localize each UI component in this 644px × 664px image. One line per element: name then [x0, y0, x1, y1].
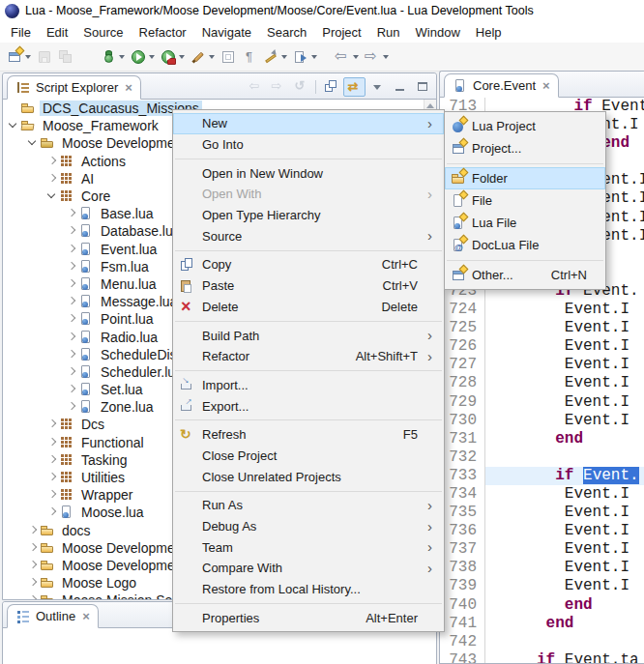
context-menu-item-import[interactable]: Import...: [173, 375, 444, 396]
menu-run[interactable]: Run: [369, 23, 408, 42]
code-line-729[interactable]: 729 Event.I: [440, 393, 644, 412]
close-icon[interactable]: ×: [542, 81, 550, 91]
code-line-726[interactable]: 726 Event.I: [440, 337, 644, 356]
context-menu-item-debug-as[interactable]: Debug As›: [173, 516, 444, 537]
menu-source[interactable]: Source: [75, 23, 131, 42]
new-submenu-item-lua-project[interactable]: Lua Project: [445, 115, 605, 137]
menu-help[interactable]: Help: [468, 23, 510, 42]
chevron-collapsed-icon[interactable]: [47, 157, 57, 166]
new-submenu-item-project[interactable]: Project...: [445, 137, 605, 159]
code-line-738[interactable]: 738 Event.I: [440, 559, 644, 577]
chevron-down-icon[interactable]: [311, 55, 317, 59]
minimize-button[interactable]: [390, 78, 410, 96]
chevron-collapsed-icon[interactable]: [67, 262, 76, 272]
run-button[interactable]: [129, 47, 157, 67]
last-edit-location-button[interactable]: [261, 47, 289, 67]
close-icon[interactable]: ×: [125, 83, 132, 93]
brush-button[interactable]: [189, 47, 217, 67]
new-wizard-button[interactable]: [5, 47, 33, 67]
chevron-collapsed-icon[interactable]: [67, 209, 76, 218]
menu-project[interactable]: Project: [314, 23, 368, 42]
goto-annotation-button[interactable]: [291, 47, 319, 67]
close-icon[interactable]: ×: [82, 612, 90, 621]
code-line-743[interactable]: 743 if Event.ta: [440, 651, 644, 663]
chevron-down-icon[interactable]: [209, 55, 215, 59]
code-line-727[interactable]: 727 Event.I: [440, 356, 644, 374]
context-menu-item-refresh[interactable]: RefreshF5: [173, 424, 444, 446]
new-submenu-item-folder[interactable]: Folder: [445, 167, 605, 189]
chevron-collapsed-icon[interactable]: [47, 174, 57, 184]
chevron-expanded-icon[interactable]: [47, 191, 57, 201]
context-menu-item-refactor[interactable]: RefactorAlt+Shift+T›: [173, 346, 444, 367]
chevron-collapsed-icon[interactable]: [67, 279, 76, 289]
run-external-button[interactable]: [159, 47, 187, 67]
code-line-734[interactable]: 734 Event.I: [440, 485, 644, 504]
chevron-down-icon[interactable]: [353, 55, 359, 59]
link-editor-button[interactable]: [343, 77, 366, 97]
chevron-expanded-icon[interactable]: [9, 121, 18, 130]
context-menu-item-open-in-new-window[interactable]: Open in New Window: [173, 162, 444, 184]
show-paragraph-button[interactable]: [240, 47, 259, 67]
chevron-collapsed-icon[interactable]: [47, 438, 57, 447]
context-menu-item-copy[interactable]: CopyCtrl+C: [173, 254, 444, 275]
chevron-collapsed-icon[interactable]: [28, 543, 38, 553]
chevron-down-icon[interactable]: [281, 55, 287, 59]
chevron-collapsed-icon[interactable]: [67, 297, 76, 306]
chevron-collapsed-icon[interactable]: [47, 473, 57, 482]
forward-button[interactable]: [363, 47, 391, 67]
chevron-down-icon[interactable]: [383, 55, 389, 59]
context-menu-item-run-as[interactable]: Run As›: [173, 495, 444, 516]
context-menu-item-restore-from-local-history[interactable]: Restore from Local History...: [173, 579, 444, 600]
code-line-728[interactable]: 728 Event.I: [440, 374, 644, 392]
chevron-collapsed-icon[interactable]: [28, 561, 38, 570]
code-line-735[interactable]: 735 Event.I: [440, 504, 644, 522]
context-menu-item-team[interactable]: Team›: [173, 536, 444, 558]
context-menu-item-open-type-hierarchy[interactable]: Open Type Hierarchy: [173, 205, 444, 226]
menu-refactor[interactable]: Refactor: [132, 23, 194, 42]
context-menu-item-compare-with[interactable]: Compare With›: [173, 558, 444, 579]
chevron-collapsed-icon[interactable]: [67, 226, 76, 236]
chevron-collapsed-icon[interactable]: [28, 578, 38, 588]
menu-file[interactable]: File: [3, 23, 39, 42]
new-submenu-item-lua-file[interactable]: Lua File: [445, 212, 605, 234]
new-submenu-item-doclua-file[interactable]: DocLua File: [445, 234, 605, 256]
tab-core-event[interactable]: Core.Event ×: [444, 73, 559, 98]
new-submenu-item-other[interactable]: Other...Ctrl+N: [445, 264, 605, 286]
code-line-736[interactable]: 736 Event.I: [440, 522, 644, 540]
scroll-up-icon[interactable]: [426, 103, 434, 108]
context-menu-item-properties[interactable]: PropertiesAlt+Enter: [173, 607, 444, 628]
menu-navigate[interactable]: Navigate: [194, 23, 259, 42]
chevron-down-icon[interactable]: [119, 55, 125, 59]
code-line-724[interactable]: 724 Event.I: [440, 301, 644, 319]
code-line-730[interactable]: 730 Event.I: [440, 412, 644, 430]
chevron-collapsed-icon[interactable]: [67, 402, 76, 412]
collapse-all-button[interactable]: [321, 78, 341, 96]
view-menu-button[interactable]: [367, 78, 388, 96]
context-menu-item-paste[interactable]: PasteCtrl+V: [173, 275, 444, 297]
back-button[interactable]: [333, 47, 361, 67]
context-menu-item-close-project[interactable]: Close Project: [173, 446, 444, 467]
chevron-collapsed-icon[interactable]: [67, 367, 76, 377]
menu-edit[interactable]: Edit: [39, 23, 75, 42]
code-line-739[interactable]: 739 Event.I: [440, 577, 644, 595]
code-line-733[interactable]: 733 if Event.: [440, 467, 644, 485]
code-line-731[interactable]: 731 end: [440, 430, 644, 448]
chevron-collapsed-icon[interactable]: [67, 245, 76, 254]
code-line-732[interactable]: 732: [440, 448, 644, 467]
context-menu-item-delete[interactable]: DeleteDelete: [173, 297, 444, 318]
context-menu-item-build-path[interactable]: Build Path›: [173, 325, 444, 346]
context-menu-item-close-unrelated-projects[interactable]: Close Unrelated Projects: [173, 466, 444, 487]
chevron-down-icon[interactable]: [149, 55, 155, 59]
context-menu-item-new[interactable]: New›: [173, 113, 444, 134]
chevron-collapsed-icon[interactable]: [67, 350, 76, 360]
code-line-737[interactable]: 737 Event.I: [440, 540, 644, 559]
new-submenu-item-file[interactable]: File: [445, 189, 605, 212]
code-line-740[interactable]: 740 end: [440, 596, 644, 615]
chevron-collapsed-icon[interactable]: [47, 455, 57, 465]
context-menu-item-source[interactable]: Source›: [173, 225, 444, 246]
chevron-collapsed-icon[interactable]: [47, 490, 57, 500]
chevron-collapsed-icon[interactable]: [67, 332, 76, 342]
menu-window[interactable]: Window: [408, 23, 468, 42]
chevron-expanded-icon[interactable]: [28, 138, 38, 148]
tab-script-explorer[interactable]: Script Explorer ×: [7, 75, 141, 100]
